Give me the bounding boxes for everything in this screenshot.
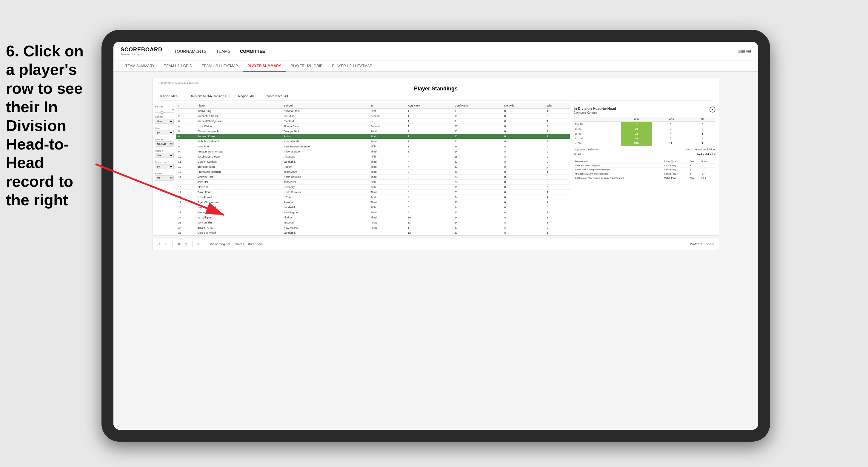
tab-team-summary[interactable]: TEAM SUMMARY xyxy=(121,61,159,72)
main-content: Update time: 27/03/2024 16:56:26 Player … xyxy=(114,72,758,430)
tab-player-summary[interactable]: PLAYER SUMMARY xyxy=(243,61,286,72)
opponents-label: Opponents in division: xyxy=(574,148,600,151)
table-row[interactable]: 2 Michael La Sasse Ole Miss Second 1 19 … xyxy=(177,114,570,119)
h2h-player-name: Jackson Koivun xyxy=(574,111,616,114)
save-custom-button[interactable]: Save Custom View xyxy=(235,242,263,246)
region-filter: Region N/a xyxy=(155,150,174,158)
logo-sub: Powered by clippi xyxy=(121,53,162,56)
tournament-thead: Tournament Event Type Pos Score xyxy=(574,159,715,163)
instruction-text: 6. Click on a player's row to see their … xyxy=(0,36,95,215)
year-select[interactable]: (All) xyxy=(155,130,174,135)
division-select[interactable]: NCAA Division I xyxy=(155,142,174,147)
table-row[interactable]: 14 Maxwell Ford North Carolina Third 6 2… xyxy=(177,175,570,180)
standings-table-area: # Player School Yr Reg Rank Conf Rank No… xyxy=(177,103,570,236)
region-select[interactable]: N/a xyxy=(155,153,174,158)
tournament-table: Tournament Event Type Pos Score Amer Ari… xyxy=(574,159,715,180)
table-row[interactable]: 18 Luke Powell UCLA First 4 24 8 1 xyxy=(177,195,570,200)
no-rds-label: No Rds. xyxy=(155,105,174,108)
table-row[interactable]: 16 Alex Goff Kentucky Fifth 8 19 8 0 xyxy=(177,185,570,190)
refresh-button[interactable]: ⟳ xyxy=(197,242,200,246)
gender-select[interactable]: Men xyxy=(155,119,174,124)
h2h-col-win: Win xyxy=(621,117,652,122)
sign-out-link[interactable]: Sign out xyxy=(738,49,751,54)
h2h-col-tie: Tie xyxy=(689,117,716,122)
col-reg-rank: Reg Rank xyxy=(406,103,453,108)
table-row[interactable]: 21 Taehoon Song Washington Fourth 6 23 8… xyxy=(177,210,570,215)
player-select[interactable]: (All) xyxy=(155,176,174,181)
table-row[interactable]: 1 Wenyi Ding Arizona State First 1 1 8 1 xyxy=(177,108,570,114)
table-row[interactable]: 7 Nicholas Gabrelcik North Florida Fourt… xyxy=(177,139,570,144)
gender-filter: Gender Men xyxy=(155,116,174,124)
table-row[interactable]: 5 Christo Lamprecht Georgia Tech Fourth … xyxy=(177,129,570,134)
division-filter: Division NCAA Division I xyxy=(155,138,174,147)
h2h-row: 51-100 46 6 3 xyxy=(574,136,715,141)
tournament-row: SEC Match Play hosted by Jerry Pate Roun… xyxy=(574,176,715,180)
tournament-tbody: Amer Ari Intercollegiate Stroke Play 4 -… xyxy=(574,163,715,180)
wl-label: W-L-T record in-division: xyxy=(686,148,715,151)
nav-tournaments[interactable]: TOURNAMENTS xyxy=(174,48,207,55)
paste-button[interactable]: ⊟ xyxy=(185,242,187,246)
table-row[interactable]: 23 Jack Lundin Missouri Fourth 11 24 8 1 xyxy=(177,220,570,225)
table-row[interactable]: 24 Bastien Amat New Mexico Fourth 1 27 8… xyxy=(177,225,570,230)
table-row[interactable]: 6 Jackson Koivun Auburn First 1 21 8 1 xyxy=(177,134,570,139)
tournament-header-row: Tournament Event Type Pos Score xyxy=(574,159,715,163)
h2h-row: >100 578 11 1 xyxy=(574,141,715,146)
h2h-header-row: Win Loss Tie xyxy=(574,117,715,122)
watch-button[interactable]: Watch ▾ xyxy=(690,242,702,246)
filters-sidebar: No Rds. 6 6 G xyxy=(153,103,177,236)
h2h-row: Top 10 8 3 2 xyxy=(574,122,715,127)
table-row[interactable]: 12 Brendan Valles Auburn Third 4 27 8 0 xyxy=(177,164,570,169)
table-row[interactable]: 13 Phichaksn Maichon Texas A&M Third 6 3… xyxy=(177,169,570,175)
table-row[interactable]: 19 Tiger Christensen Arizona Third 8 23 … xyxy=(177,200,570,205)
copy-button[interactable]: ⊞ xyxy=(177,242,180,246)
dashboard: Update time: 27/03/2024 16:56:26 Player … xyxy=(114,72,758,430)
sub-nav: TEAM SUMMARY TEAM H2H GRID TEAM H2H HEAT… xyxy=(114,61,758,72)
tab-team-h2h-grid[interactable]: TEAM H2H GRID xyxy=(159,61,197,72)
table-row[interactable]: 3 Michael Thorbjornsen Stanford — 1 8 8 … xyxy=(177,119,570,124)
nav-committee[interactable]: COMMITTEE xyxy=(240,48,265,55)
h2h-col-loss: Loss xyxy=(652,117,689,122)
year-filter: Year (All) xyxy=(155,127,174,135)
filter-conference: Conference: All xyxy=(266,94,288,98)
toolbar-sep2 xyxy=(192,241,192,247)
standings-table: # Player School Yr Reg Rank Conf Rank No… xyxy=(177,103,570,236)
table-row[interactable]: 9 Preston Summerhays Arizona State Third… xyxy=(177,149,570,154)
wl-record: 674 - 33 - 12 xyxy=(697,152,715,156)
slider-thumb[interactable] xyxy=(161,111,163,114)
undo-button[interactable]: ↩ xyxy=(157,242,160,246)
col-player: Player xyxy=(195,103,282,108)
table-row[interactable]: 22 Ian Gilligan Florida Third 10 24 8 1 xyxy=(177,215,570,220)
h2h-thead: Win Loss Tie xyxy=(574,117,715,122)
h2h-row: 26-50 22 4 1 xyxy=(574,131,715,136)
nav-right: Sign out xyxy=(738,49,751,54)
table-row[interactable]: 4 Luke Claton Florida State Second 1 27 … xyxy=(177,124,570,129)
table-row[interactable]: 8 Mats Ege East Tennessee State Fifth 1 … xyxy=(177,144,570,149)
opponents-values-row: 98.1% 674 - 33 - 12 xyxy=(574,152,715,158)
nav-teams[interactable]: TEAMS xyxy=(216,48,230,55)
table-row[interactable]: 15 Jake Hall Tennessee Fifth 8 23 8 0 xyxy=(177,180,570,185)
tab-player-h2h-heatmap[interactable]: PLAYER H2H HEATMAP xyxy=(328,61,377,72)
table-row[interactable]: 25 Cole Sherwood Vanderbilt — 12 23 8 1 xyxy=(177,230,570,236)
table-row[interactable]: 10 Jacob Mou-Olesen Arkansas Fifth 4 25 … xyxy=(177,154,570,159)
tablet-frame: SCOREBOARD Powered by clippi TOURNAMENTS… xyxy=(101,30,770,442)
share-button[interactable]: Share xyxy=(706,242,714,246)
tab-player-h2h-grid[interactable]: PLAYER H2H GRID xyxy=(286,61,327,72)
table-row[interactable]: 17 David Ford North Carolina Third 8 21 … xyxy=(177,190,570,195)
table-row[interactable]: 11 Gordon Sargent Vanderbilt Third 4 21 … xyxy=(177,159,570,164)
h2h-close-button[interactable]: × xyxy=(710,106,715,113)
player-standings-container: Update time: 27/03/2024 16:56:26 Player … xyxy=(152,77,719,236)
standings-tbody: 1 Wenyi Ding Arizona State First 1 1 8 1… xyxy=(177,108,570,236)
tab-team-h2h-heatmap[interactable]: TEAM H2H HEATMAP xyxy=(197,61,243,72)
filter-row: Gender: Men Division: NCAA Division I Re… xyxy=(158,94,713,100)
tournament-row: Mirabel Maui Jim Intercollegiate Stroke … xyxy=(574,172,715,176)
no-rds-slider[interactable] xyxy=(155,112,174,113)
redo-button[interactable]: ↪ xyxy=(165,242,167,246)
tournament-row: Fallen Oak Collegiate Invitational Strok… xyxy=(574,168,715,172)
toolbar-sep3 xyxy=(205,241,205,247)
table-row[interactable]: 20 Matthew Riedel Vanderbilt Fifth 8 24 … xyxy=(177,205,570,210)
h2h-col-range xyxy=(574,117,621,122)
toolbar: ↩ ↪ ⊞ ⊟ ⟳ View: Original Save Custom Vie… xyxy=(152,238,719,250)
conference-select[interactable]: (All) xyxy=(155,164,174,169)
view-original-button[interactable]: View: Original xyxy=(210,242,230,246)
h2h-panel: In Division Head-to-Head Jackson Koivun … xyxy=(570,103,719,236)
